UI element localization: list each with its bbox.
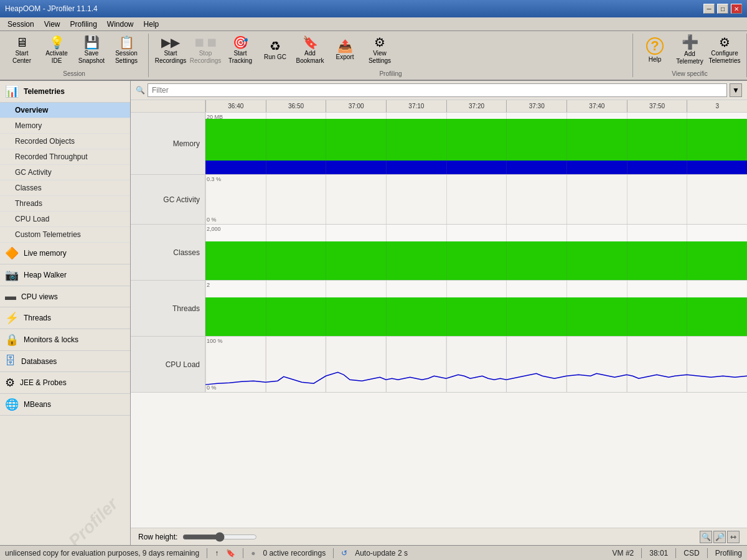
add-bookmark-label: AddBookmark	[296, 50, 324, 65]
save-snapshot-icon: 💾	[84, 36, 100, 49]
memory-label-text: Memory	[173, 139, 200, 148]
license-text: unlicensed copy for evaluation purposes,…	[5, 549, 199, 558]
add-telemetry-label: AddTelemetry	[676, 50, 703, 65]
tick-1: 36:50	[266, 100, 326, 112]
sidebar-item-cpu-load[interactable]: CPU Load	[0, 212, 130, 227]
add-telemetry-button[interactable]: ➕ AddTelemetry	[673, 34, 707, 67]
statusbar-sep-5	[675, 548, 676, 558]
scroll-zoom-in-button[interactable]: 🔎	[713, 531, 726, 543]
start-recordings-button[interactable]: ▶▶ StartRecordings	[154, 34, 187, 67]
tick-3: 37:10	[386, 100, 446, 112]
gc-scale-top: 0.3 %	[207, 176, 221, 182]
menu-profiling[interactable]: Profiling	[65, 19, 102, 30]
classes-green-bar	[205, 241, 747, 280]
timeline-ticks: 36:40 36:50 37:00 37:10 37:20 37:30 37:4…	[205, 100, 747, 112]
memory-chart-area[interactable]: 20 MB 0 MB	[205, 113, 747, 174]
session-settings-button[interactable]: 📋 SessionSettings	[110, 34, 143, 67]
tick-4: 37:20	[446, 100, 507, 112]
threads-chart-label: Threads	[131, 281, 205, 336]
close-button[interactable]: ✕	[731, 4, 742, 14]
run-gc-icon: ♻	[270, 40, 281, 52]
threads-section-label: Threads	[24, 314, 51, 322]
start-center-button[interactable]: 🖥 StartCenter	[5, 34, 39, 67]
scroll-search-button[interactable]: 🔍	[700, 531, 712, 543]
sidebar-item-gc-activity[interactable]: GC Activity	[0, 165, 130, 180]
session-settings-icon: 📋	[119, 36, 134, 49]
view-specific-group-label: View specific	[672, 70, 708, 77]
start-tracking-icon: 🎯	[233, 36, 248, 49]
run-gc-button[interactable]: ♻ Run GC	[258, 34, 292, 67]
view-settings-button[interactable]: ⚙ ViewSettings	[363, 34, 397, 67]
cpu-load-svg	[205, 337, 747, 392]
tick-5: 37:30	[506, 100, 566, 112]
filter-dropdown-button[interactable]: ▼	[730, 83, 742, 97]
row-height-slider[interactable]	[182, 532, 257, 542]
toolbar-group-profiling: ▶▶ StartRecordings ⏹⏹ StopRecordings 🎯 S…	[149, 34, 633, 77]
toolbar-group-session: 🖥 StartCenter 💡 ActivateIDE 💾 SaveSnapsh…	[0, 34, 149, 77]
cpu-load-chart-label: CPU Load	[131, 337, 205, 392]
activate-ide-button[interactable]: 💡 ActivateIDE	[40, 34, 73, 67]
statusbar-right: VM #2 38:01 CSD Profiling	[613, 548, 742, 558]
start-recordings-label: StartRecordings	[155, 50, 187, 65]
threads-chart-area[interactable]: 2 0	[205, 281, 747, 336]
add-bookmark-button[interactable]: 🔖 AddBookmark	[293, 34, 327, 67]
gc-grid-lines	[205, 175, 747, 224]
sidebar-item-mbeans[interactable]: 🌐 MBeans	[0, 394, 130, 416]
sidebar-item-monitors-locks[interactable]: 🔒 Monitors & locks	[0, 329, 130, 351]
vm-text: VM #2	[613, 549, 634, 558]
menu-window[interactable]: Window	[102, 19, 139, 30]
sidebar-item-memory[interactable]: Memory	[0, 118, 130, 134]
start-tracking-label: StartTracking	[228, 50, 252, 65]
tick-8: 3	[687, 100, 747, 112]
export-button[interactable]: 📤 Export	[328, 34, 362, 67]
help-button[interactable]: ? Help	[638, 34, 672, 67]
menu-session[interactable]: Session	[2, 19, 39, 30]
sidebar-item-threads-section[interactable]: ⚡ Threads	[0, 307, 130, 329]
charts-container[interactable]: 36:40 36:50 37:00 37:10 37:20 37:30 37:4…	[131, 100, 747, 528]
tick-2: 37:00	[326, 100, 386, 112]
save-snapshot-label: SaveSnapshot	[78, 50, 105, 65]
maximize-button[interactable]: □	[717, 4, 728, 14]
row-height-bar: Row height: 🔍 🔎 ⇿	[131, 528, 747, 545]
sidebar-telemetries-header[interactable]: 📊 Telemetries	[0, 81, 130, 103]
menu-help[interactable]: Help	[139, 19, 164, 30]
threads-scale-top: 2	[207, 282, 210, 288]
sidebar-item-heap-walker[interactable]: 📷 Heap Walker	[0, 264, 130, 286]
minimize-button[interactable]: ─	[703, 4, 715, 14]
telemetries-icon: 📊	[5, 85, 19, 98]
chart-row-memory: Memory 20 MB 0 MB	[131, 113, 747, 175]
menu-view[interactable]: View	[39, 19, 65, 30]
menubar: Session View Profiling Window Help	[0, 17, 747, 31]
sidebar-item-threads[interactable]: Threads	[0, 196, 130, 212]
stop-recordings-button[interactable]: ⏹⏹ StopRecordings	[189, 34, 222, 67]
cpu-load-label-text: CPU Load	[166, 360, 200, 369]
sidebar-item-cpu-views[interactable]: ▬ CPU views	[0, 286, 130, 307]
sidebar-item-recorded-throughput[interactable]: Recorded Throughput	[0, 149, 130, 165]
sidebar-item-overview[interactable]: Overview	[0, 103, 130, 118]
sidebar-item-classes[interactable]: Classes	[0, 180, 130, 196]
classes-chart-area[interactable]: 2,000 0	[205, 225, 747, 280]
scroll-nav-button[interactable]: ⇿	[727, 531, 740, 543]
sidebar-item-custom-telemetries[interactable]: Custom Telemetries	[0, 227, 130, 243]
filter-input[interactable]	[148, 83, 727, 97]
row-height-slider-container	[182, 532, 257, 542]
sidebar-item-jee-probes[interactable]: ⚙ JEE & Probes	[0, 372, 130, 394]
classes-scale-top: 2,000	[207, 226, 221, 232]
active-recordings-text: 0 active recordings	[263, 549, 326, 558]
live-memory-label: Live memory	[24, 249, 67, 258]
activate-ide-label: ActivateIDE	[45, 50, 68, 65]
sidebar-item-live-memory[interactable]: 🔶 Live memory	[0, 243, 130, 264]
save-snapshot-button[interactable]: 💾 SaveSnapshot	[75, 34, 108, 67]
live-memory-icon: 🔶	[5, 246, 19, 260]
gc-activity-chart-area[interactable]: 0.3 % 0 %	[205, 175, 747, 224]
statusbar: unlicensed copy for evaluation purposes,…	[0, 545, 747, 560]
configure-telemetries-button[interactable]: ⚙ ConfigureTelemetries	[708, 34, 741, 67]
session-settings-label: SessionSettings	[115, 50, 138, 65]
sidebar-item-databases[interactable]: 🗄 Databases	[0, 351, 130, 372]
cpu-load-chart-area[interactable]: 100 % 0 %	[205, 337, 747, 392]
profiler-watermark: Profiler	[65, 494, 122, 545]
start-tracking-button[interactable]: 🎯 StartTracking	[223, 34, 257, 67]
sidebar-item-recorded-objects[interactable]: Recorded Objects	[0, 134, 130, 149]
threads-icon: ⚡	[5, 311, 19, 325]
window-controls: ─ □ ✕	[703, 4, 742, 14]
